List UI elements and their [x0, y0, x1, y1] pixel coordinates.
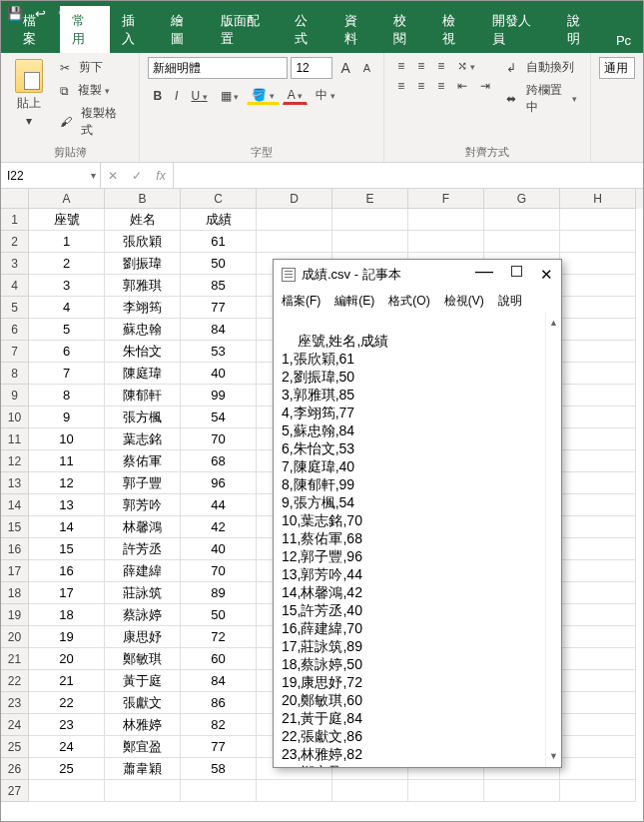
cell[interactable]: 張獻文 [105, 692, 181, 714]
cell[interactable]: 40 [181, 363, 257, 385]
cell[interactable]: 葉志銘 [105, 428, 181, 450]
cell[interactable] [560, 253, 636, 275]
cell[interactable]: 1 [29, 231, 105, 253]
cell[interactable] [560, 582, 636, 604]
cell[interactable]: 23 [29, 714, 105, 736]
row-header[interactable]: 26 [1, 758, 29, 780]
cell[interactable]: 53 [181, 341, 257, 363]
format-painter-button[interactable]: 🖌 複製格式 [55, 103, 131, 141]
number-format-select[interactable] [599, 57, 635, 79]
cell[interactable]: 張欣穎 [105, 231, 181, 253]
align-middle-button[interactable]: ≡ [412, 57, 429, 75]
cell[interactable]: 座號 [29, 209, 105, 231]
cell[interactable]: 11 [29, 450, 105, 472]
cell[interactable] [560, 736, 636, 758]
cell[interactable]: 18 [29, 604, 105, 626]
cell[interactable]: 林雅婷 [105, 714, 181, 736]
tab-extra[interactable]: Pc [604, 27, 643, 53]
notepad-textarea[interactable]: 座號,姓名,成績 1,張欣穎,61 2,劉振瑋,50 3,郭雅琪,85 4,李翊… [274, 312, 561, 767]
row-header[interactable]: 5 [1, 297, 29, 319]
row-header[interactable]: 23 [1, 692, 29, 714]
cell[interactable]: 24 [29, 736, 105, 758]
row-header[interactable]: 9 [1, 385, 29, 407]
cell[interactable] [560, 560, 636, 582]
font-color-button[interactable]: A [283, 86, 309, 105]
cell[interactable]: 蔡佑軍 [105, 450, 181, 472]
scroll-up-icon[interactable]: ▲ [549, 312, 558, 334]
notepad-titlebar[interactable]: 成績.csv - 記事本 — ✕ [274, 260, 561, 290]
menu-file[interactable]: 檔案(F) [282, 293, 321, 310]
copy-button[interactable]: ⧉ 複製 [55, 80, 131, 101]
tab-insert[interactable]: 插入 [110, 6, 159, 53]
cell[interactable] [560, 319, 636, 341]
cell[interactable] [332, 231, 408, 253]
row-header[interactable]: 21 [1, 648, 29, 670]
cell[interactable]: 50 [181, 604, 257, 626]
cell[interactable]: 張方楓 [105, 407, 181, 428]
bold-button[interactable]: B [148, 87, 167, 105]
cell[interactable] [560, 209, 636, 231]
font-size-select[interactable] [291, 57, 332, 79]
row-header[interactable]: 22 [1, 670, 29, 692]
border-button[interactable]: ▦ [216, 87, 245, 105]
row-header[interactable]: 6 [1, 319, 29, 341]
decrease-indent-button[interactable]: ⇤ [452, 77, 472, 95]
cell[interactable] [560, 494, 636, 516]
menu-format[interactable]: 格式(O) [388, 293, 429, 310]
cell[interactable]: 82 [181, 714, 257, 736]
confirm-formula-button[interactable]: ✓ [125, 169, 149, 183]
cell[interactable]: 蔡詠婷 [105, 604, 181, 626]
name-box-input[interactable] [7, 169, 79, 183]
decrease-font-button[interactable]: A [358, 60, 375, 76]
cell[interactable] [484, 231, 560, 253]
cell[interactable] [408, 231, 484, 253]
cell[interactable]: 13 [29, 494, 105, 516]
cell[interactable] [560, 275, 636, 297]
select-all-corner[interactable] [1, 189, 29, 209]
col-header[interactable]: G [484, 189, 560, 209]
cell[interactable] [560, 385, 636, 407]
cell[interactable]: 20 [29, 648, 105, 670]
cell[interactable] [408, 209, 484, 231]
maximize-button[interactable] [511, 266, 522, 277]
cell[interactable]: 劉振瑋 [105, 253, 181, 275]
col-header[interactable]: D [257, 189, 332, 209]
cell[interactable]: 15 [29, 538, 105, 560]
cell[interactable] [560, 363, 636, 385]
row-header[interactable]: 16 [1, 538, 29, 560]
row-header[interactable]: 11 [1, 428, 29, 450]
cell[interactable]: 61 [181, 231, 257, 253]
cell[interactable] [560, 450, 636, 472]
cell[interactable]: 84 [181, 670, 257, 692]
tab-developer[interactable]: 開發人員 [480, 6, 555, 53]
cell[interactable]: 姓名 [105, 209, 181, 231]
notepad-window[interactable]: 成績.csv - 記事本 — ✕ 檔案(F) 編輯(E) 格式(O) 檢視(V)… [273, 259, 562, 768]
cell[interactable] [181, 780, 257, 802]
cell[interactable]: 19 [29, 626, 105, 648]
cell[interactable]: 16 [29, 560, 105, 582]
cell[interactable]: 蕭韋穎 [105, 758, 181, 780]
cell[interactable] [408, 780, 484, 802]
row-header[interactable]: 14 [1, 494, 29, 516]
increase-indent-button[interactable]: ⇥ [475, 77, 495, 95]
col-header[interactable]: A [29, 189, 105, 209]
row-header[interactable]: 3 [1, 253, 29, 275]
cell[interactable] [560, 472, 636, 494]
cell[interactable]: 8 [29, 385, 105, 407]
row-header[interactable]: 12 [1, 450, 29, 472]
chevron-down-icon[interactable]: ▾ [91, 170, 96, 181]
row-header[interactable]: 1 [1, 209, 29, 231]
cell[interactable]: 6 [29, 341, 105, 363]
row-header[interactable]: 2 [1, 231, 29, 253]
cell[interactable] [560, 604, 636, 626]
wrap-text-button[interactable]: ↲ 自動換列 [501, 57, 582, 78]
scroll-down-icon[interactable]: ▼ [549, 745, 558, 767]
cell[interactable] [560, 780, 636, 802]
cell[interactable]: 陳庭瑋 [105, 363, 181, 385]
cell[interactable]: 72 [181, 626, 257, 648]
cell[interactable] [560, 428, 636, 450]
cell[interactable]: 99 [181, 385, 257, 407]
cell[interactable]: 郭芳吟 [105, 494, 181, 516]
cell[interactable]: 54 [181, 407, 257, 428]
row-header[interactable]: 27 [1, 780, 29, 802]
